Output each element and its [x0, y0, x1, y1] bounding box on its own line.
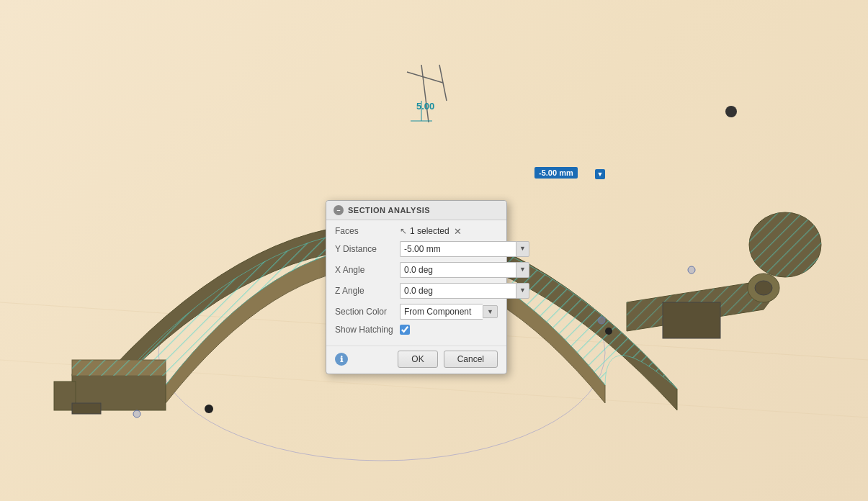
dialog-info-button[interactable]: ℹ	[335, 353, 348, 366]
faces-row: Faces ↖ 1 selected ✕	[335, 226, 498, 236]
section-analysis-dialog: – SECTION ANALYSIS Faces ↖ 1 selected ✕ …	[326, 200, 507, 374]
section-color-select-group: From Component ▼	[400, 304, 498, 320]
y-distance-input[interactable]	[400, 241, 516, 257]
svg-line-20	[421, 65, 429, 122]
faces-control: ↖ 1 selected ✕	[400, 226, 498, 236]
faces-label: Faces	[335, 226, 400, 236]
x-angle-row: X Angle ▼	[335, 262, 498, 278]
z-angle-input-group: ▼	[400, 283, 529, 299]
show-hatching-row: Show Hatching	[335, 325, 498, 335]
dialog-body: Faces ↖ 1 selected ✕ Y Distance ▼ X Angl…	[326, 220, 506, 346]
dialog-collapse-icon[interactable]: –	[334, 205, 344, 215]
svg-rect-8	[72, 403, 101, 414]
y-distance-input-group: ▼	[400, 241, 529, 257]
svg-point-16	[133, 410, 140, 418]
show-hatching-label: Show Hatching	[335, 325, 400, 335]
dialog-buttons: OK Cancel	[398, 351, 498, 368]
faces-selected-text: 1 selected	[410, 226, 449, 236]
svg-point-12	[755, 281, 772, 295]
section-color-row: Section Color From Component ▼	[335, 304, 498, 320]
z-angle-control: ▼	[400, 283, 529, 299]
dialog-header: – SECTION ANALYSIS	[326, 201, 506, 220]
svg-point-17	[598, 317, 605, 324]
faces-clear-button[interactable]: ✕	[452, 227, 463, 236]
x-angle-control: ▼	[400, 262, 529, 278]
ok-button[interactable]: OK	[398, 351, 437, 368]
section-color-control: From Component ▼	[400, 304, 498, 320]
section-color-select[interactable]: From Component	[400, 304, 483, 320]
y-distance-label: Y Distance	[335, 244, 400, 254]
svg-line-21	[407, 72, 443, 83]
x-angle-label: X Angle	[335, 265, 400, 275]
svg-point-10	[749, 212, 821, 277]
section-color-label: Section Color	[335, 307, 400, 317]
svg-point-18	[688, 266, 695, 274]
svg-point-14	[605, 328, 612, 335]
show-hatching-checkbox[interactable]	[400, 325, 410, 335]
dialog-footer: ℹ OK Cancel	[326, 346, 506, 374]
svg-point-19	[725, 106, 737, 117]
svg-line-22	[439, 65, 447, 101]
svg-rect-6	[72, 360, 166, 376]
cursor-icon: ↖	[400, 226, 407, 236]
svg-rect-13	[663, 302, 720, 338]
side-dimension-label: -5.00 mm	[534, 167, 578, 179]
y-distance-control: ▼	[400, 241, 529, 257]
cancel-button[interactable]: Cancel	[444, 351, 498, 368]
top-dimension-label: 5.00	[416, 101, 434, 112]
y-distance-row: Y Distance ▼	[335, 241, 498, 257]
z-angle-label: Z Angle	[335, 286, 400, 296]
y-distance-dropdown[interactable]: ▼	[516, 241, 529, 257]
x-angle-input[interactable]	[400, 262, 516, 278]
dialog-title: SECTION ANALYSIS	[348, 206, 430, 215]
z-angle-dropdown[interactable]: ▼	[516, 283, 529, 299]
x-angle-dropdown[interactable]: ▼	[516, 262, 529, 278]
z-angle-row: Z Angle ▼	[335, 283, 498, 299]
dim-label-dropdown[interactable]: ▼	[595, 169, 605, 179]
x-angle-input-group: ▼	[400, 262, 529, 278]
section-color-dropdown[interactable]: ▼	[483, 305, 498, 318]
z-angle-input[interactable]	[400, 283, 516, 299]
show-hatching-control	[400, 325, 498, 335]
svg-point-15	[205, 405, 213, 413]
